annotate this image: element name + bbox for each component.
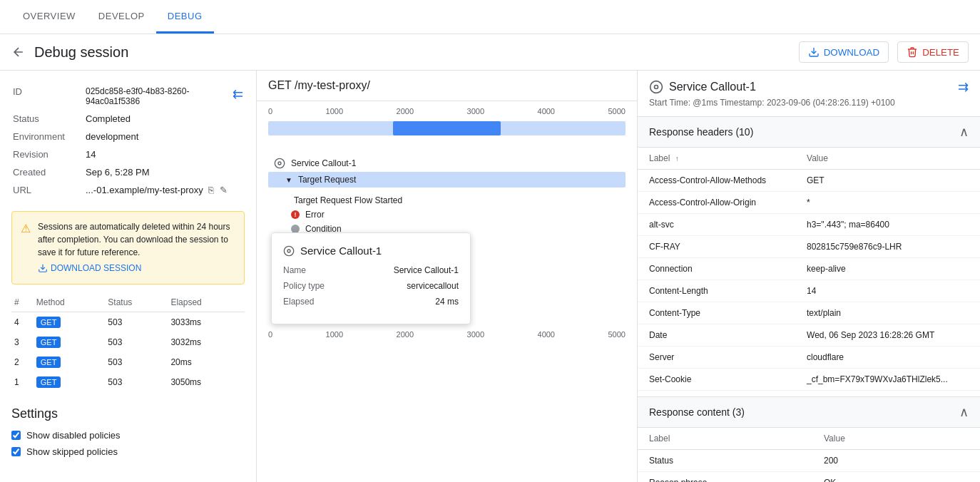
revision-label: Revision — [13, 146, 84, 163]
header-value: keep-alive — [795, 258, 980, 280]
tab-develop[interactable]: DEVELOP — [87, 1, 156, 34]
settings-checkbox-1[interactable] — [11, 447, 21, 456]
next-icon[interactable]: ⇉ — [958, 79, 969, 95]
header-label: Set-Cookie — [638, 369, 795, 391]
list-item: Content-Typetext/plain — [638, 302, 980, 324]
timeline-area: 010002000300040005000 Service Callout-1 … — [257, 101, 637, 149]
header-value: GET — [795, 170, 980, 192]
svg-point-3 — [278, 162, 281, 165]
header-label: Date — [638, 324, 795, 347]
content-label-col: Label — [638, 428, 812, 450]
edit-url-icon[interactable]: ✎ — [220, 185, 228, 195]
collapse-content-icon[interactable]: ∧ — [959, 404, 969, 420]
main-layout: ID 025dc858-e3f0-4b83-8260-94ac0a1f5386 … — [0, 71, 980, 482]
collapse-panel-icon[interactable]: ⇇ — [233, 87, 243, 101]
download-button[interactable]: DOWNLOAD — [799, 41, 889, 63]
tab-overview[interactable]: OVERVIEW — [11, 1, 87, 34]
settings-checkbox-0[interactable] — [11, 431, 21, 440]
response-headers-section: Response headers (10) ∧ — [638, 116, 980, 148]
page-title: Debug session — [34, 44, 128, 61]
response-headers-table: Label ↑ Value Access-Control-Allow-Metho… — [638, 148, 980, 391]
list-item: Connectionkeep-alive — [638, 258, 980, 280]
created-value: Sep 6, 5:28 PM — [86, 164, 231, 180]
back-button[interactable] — [11, 45, 26, 59]
event-error[interactable]: ! Error — [268, 207, 626, 222]
callout-title: Service Callout-1 ⇉ — [649, 79, 969, 95]
header-actions: DOWNLOAD DELETE — [799, 41, 969, 63]
id-value: 025dc858-e3f0-4b83-8260-94ac0a1f5386 — [86, 83, 231, 109]
tooltip-popup: Service Callout-1 Name Service Callout-1… — [271, 232, 471, 324]
row-num: 1 — [11, 372, 34, 392]
list-item: DateWed, 06 Sep 2023 16:28:26 GMT — [638, 324, 980, 347]
axis-label: 0 — [268, 330, 272, 339]
warning-icon: ⚠ — [21, 222, 31, 275]
collapse-headers-icon[interactable]: ∧ — [959, 124, 969, 140]
env-value: development — [86, 128, 231, 145]
axis-label: 0 — [268, 107, 272, 116]
timeline-axis-top: 010002000300040005000 — [257, 107, 637, 116]
col-status: Status — [105, 293, 168, 312]
row-status: 503 — [105, 312, 168, 333]
table-row[interactable]: 4 GET 503 3033ms — [11, 312, 245, 333]
service-callout-icon — [649, 80, 663, 94]
list-item: Status200 — [638, 450, 980, 472]
header-value: _cf_bm=FX79xT9WXvJa6THlZlek5... — [795, 369, 980, 391]
axis-label: 3000 — [467, 107, 484, 116]
settings-item-0: Show disabled policies — [11, 430, 245, 441]
axis-label: 1000 — [326, 330, 343, 339]
list-item: Set-Cookie_cf_bm=FX79xT9WXvJa6THlZlek5..… — [638, 369, 980, 391]
header-label: Content-Length — [638, 280, 795, 302]
table-row[interactable]: 2 GET 503 20ms — [11, 352, 245, 372]
header-label: Access-Control-Allow-Methods — [638, 170, 795, 192]
flow-item-service-callout[interactable]: Service Callout-1 — [268, 155, 626, 172]
left-panel: ID 025dc858-e3f0-4b83-8260-94ac0a1f5386 … — [0, 71, 257, 482]
response-content-table: Label Value Status200Reason phraseOKBody… — [638, 428, 980, 482]
table-row[interactable]: 3 GET 503 3032ms — [11, 332, 245, 352]
header-label: Content-Type — [638, 302, 795, 324]
row-status: 503 — [105, 352, 168, 372]
url-value: ...-01.example/my-test-proxy ⎘ ✎ — [86, 182, 231, 198]
delete-button[interactable]: DELETE — [897, 41, 969, 63]
status-label: Status — [13, 111, 84, 127]
env-label: Environment — [13, 128, 84, 145]
middle-panel: GET /my-test-proxy/ 01000200030004000500… — [257, 71, 638, 482]
sort-icon[interactable]: ↑ — [675, 155, 679, 163]
page-header: Debug session DOWNLOAD DELETE — [0, 34, 980, 71]
table-row[interactable]: 1 GET 503 3050ms — [11, 372, 245, 392]
header-value: text/plain — [795, 302, 980, 324]
header-value: * — [795, 192, 980, 214]
svg-point-2 — [287, 250, 290, 252]
header-value: Wed, 06 Sep 2023 16:28:26 GMT — [795, 324, 980, 347]
copy-url-icon[interactable]: ⎘ — [208, 185, 214, 195]
alert-box: ⚠ Sessions are automatically deleted wit… — [11, 211, 245, 284]
requests-table: # Method Status Elapsed 4 GET 503 3033ms… — [11, 293, 245, 392]
row-method: GET — [34, 312, 106, 333]
url-label: URL — [13, 182, 84, 198]
event-label: Target Request Flow Started — [294, 195, 402, 205]
header-value: 14 — [795, 280, 980, 302]
headers-label-col: Label ↑ — [638, 148, 795, 170]
header-label: CF-RAY — [638, 236, 795, 258]
row-status: 503 — [105, 332, 168, 352]
settings-item-1: Show skipped policies — [11, 446, 245, 457]
row-num: 2 — [11, 352, 34, 372]
list-item: Access-Control-Allow-Origin* — [638, 192, 980, 214]
error-label: Error — [305, 210, 325, 220]
header-label: Connection — [638, 258, 795, 280]
row-method: GET — [34, 352, 106, 372]
row-elapsed: 3050ms — [168, 372, 245, 392]
flow-item-target-request[interactable]: ▼ Target Request — [268, 172, 626, 188]
content-label: Status — [638, 450, 812, 472]
response-content-section: Response content (3) ∧ — [638, 396, 980, 428]
axis-label: 2000 — [397, 330, 414, 339]
list-item: Servercloudflare — [638, 347, 980, 369]
row-num: 3 — [11, 332, 34, 352]
tooltip-policy-row: Policy type servicecallout — [283, 281, 459, 291]
header-value: cloudflare — [795, 347, 980, 369]
col-elapsed: Elapsed — [168, 293, 245, 312]
middle-header: GET /my-test-proxy/ — [257, 71, 637, 101]
download-session-link[interactable]: DOWNLOAD SESSION — [38, 263, 141, 273]
row-method: GET — [34, 372, 106, 392]
meta-table: ID 025dc858-e3f0-4b83-8260-94ac0a1f5386 … — [11, 82, 245, 200]
tab-debug[interactable]: DEBUG — [156, 1, 214, 34]
